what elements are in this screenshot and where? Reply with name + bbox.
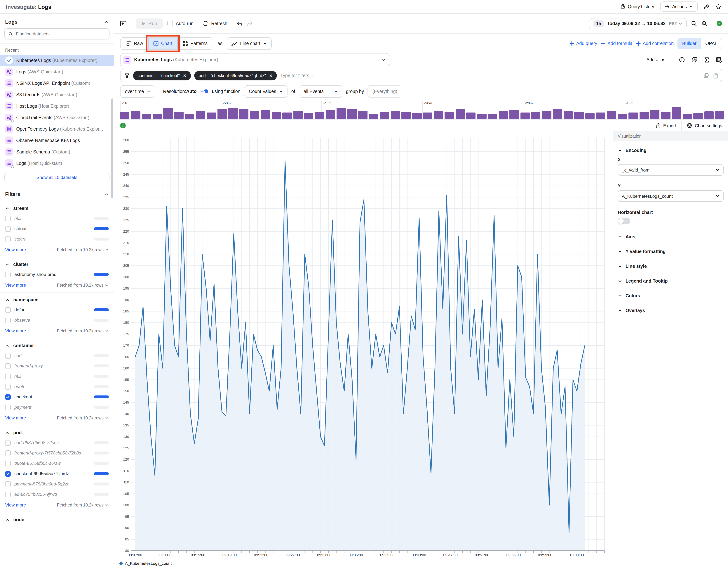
favorite-button[interactable] (715, 4, 721, 9)
filter-checkbox[interactable] (5, 307, 11, 313)
show-all-datasets-button[interactable]: Show all 15 datasets (4, 173, 109, 182)
checkbox-icon[interactable] (167, 21, 173, 26)
time-range-picker[interactable]: 1h Today 09:06:32 → 10:06:32 PST (589, 18, 687, 29)
add-table-button[interactable] (716, 57, 722, 63)
paste-filters-button[interactable] (713, 73, 718, 78)
x-encoding-select[interactable]: _c_valid_from (618, 164, 724, 175)
refresh-button[interactable]: Refresh (203, 21, 227, 26)
horizontal-chart-toggle[interactable] (618, 218, 630, 224)
time-histogram[interactable]: -1h-50m-40m-30m-20m-10m (120, 101, 724, 120)
y-encoding-select[interactable]: A_KubernetesLogs_count (618, 190, 724, 202)
export-button[interactable]: Export (656, 123, 676, 128)
events-dropdown[interactable]: all Events (299, 85, 342, 98)
add-alias-button[interactable]: Add alias (646, 57, 665, 62)
tab-chart[interactable]: Chart (148, 38, 177, 49)
collapse-sidebar-button[interactable] (120, 20, 126, 26)
dataset-item[interactable]: Kubernetes Logs (Kubernetes Explorer) (0, 55, 114, 66)
zoom-in-button[interactable] (701, 20, 707, 26)
filter-input-placeholder[interactable]: Type for filters... (280, 73, 313, 78)
add-query-button[interactable]: Add query (569, 41, 597, 46)
chip-close-icon[interactable]: ✕ (269, 73, 272, 78)
actions-button[interactable]: Actions (660, 1, 698, 12)
filter-checkbox[interactable] (5, 236, 11, 242)
aggregate-button[interactable] (704, 57, 709, 62)
dataset-item[interactable]: NGINX Logs API Endpoint (Custom) (0, 77, 114, 89)
builder-tab[interactable]: Builder (678, 38, 701, 49)
view-more-link[interactable]: View more (5, 415, 26, 421)
run-button[interactable]: Run (136, 18, 163, 29)
filter-checkbox[interactable] (5, 450, 11, 456)
view-more-link[interactable]: View more (5, 282, 26, 288)
share-button[interactable] (704, 4, 710, 9)
view-more-link[interactable]: View more (5, 328, 26, 334)
add-correlation-button[interactable]: Add correlation (636, 41, 674, 46)
filter-group-header[interactable]: node (5, 512, 109, 525)
timezone[interactable]: PST (669, 21, 682, 26)
zoom-out-button[interactable] (691, 20, 697, 26)
filter-group-header[interactable]: cluster (5, 257, 109, 269)
encoding-section-header[interactable]: Encoding (618, 148, 724, 153)
sidebar-scrollbar[interactable] (111, 98, 113, 198)
filter-checkbox[interactable] (5, 405, 11, 410)
filter-checkbox[interactable] (5, 492, 11, 497)
dataset-selector[interactable]: Kubernetes Logs (Kubernetes Explorer) (120, 53, 390, 66)
copy-filters-button[interactable] (704, 73, 709, 78)
time-window-button[interactable] (679, 57, 685, 63)
redo-button[interactable] (247, 21, 253, 26)
filter-checkbox[interactable] (5, 440, 11, 446)
filter-chip[interactable]: container = "checkout"✕ (133, 71, 191, 80)
opal-tab[interactable]: OPAL (701, 38, 722, 49)
filter-checkbox[interactable] (5, 384, 11, 389)
dataset-search-input[interactable] (16, 31, 105, 36)
viz-section-legend-and-tooltip[interactable]: Legend and Tooltip (618, 274, 724, 289)
filter-group-header[interactable]: namespace (5, 293, 109, 305)
dataset-item[interactable]: Host Logs (Host Explorer) (0, 100, 114, 112)
function-dropdown[interactable]: Count Values (244, 85, 288, 98)
collapse-chevron-up-icon[interactable] (104, 20, 109, 24)
fetched-rows[interactable]: Fetched from 10.2k rows (57, 416, 109, 420)
dataset-search[interactable] (4, 28, 109, 39)
filter-checkbox[interactable] (5, 272, 11, 277)
viz-section-axis[interactable]: Axis (618, 229, 724, 244)
dataset-item[interactable]: OpenTelemetry Logs (Kubernetes Explor... (0, 123, 114, 135)
dataset-item[interactable]: Logs (AWS-Quickstart) (0, 66, 114, 77)
filter-group-header[interactable]: stream (5, 201, 109, 213)
filter-chip[interactable]: pod = "checkout-69d55d5c74-jbrdz"✕ (194, 71, 277, 80)
viz-section-y-value-formatting[interactable]: Y value formatting (618, 244, 724, 259)
dataset-item[interactable]: CloudTrail Events (AWS-Quickstart) (0, 112, 114, 123)
dataset-item[interactable]: S3 Records (AWS-Quickstart) (0, 89, 114, 100)
filter-checkbox[interactable] (5, 353, 11, 359)
fetched-rows[interactable]: Fetched from 10.2k rows (57, 503, 109, 507)
tab-patterns[interactable]: Patterns (177, 38, 213, 49)
filter-checkbox[interactable] (5, 226, 11, 231)
group-by-field[interactable]: (Everything) (368, 85, 402, 98)
filter-checkbox[interactable] (5, 461, 11, 466)
filter-checkbox[interactable] (5, 394, 11, 400)
filter-checkbox[interactable] (5, 374, 11, 379)
collapse-chevron-up-icon[interactable] (104, 192, 109, 196)
dataset-item[interactable]: Observe Namespace K8s Logs (0, 135, 114, 146)
dataset-item[interactable]: Sample Schema (Custom) (0, 146, 114, 157)
chart-settings-button[interactable]: Chart settings (687, 123, 722, 128)
filter-group-header[interactable]: container (5, 338, 109, 351)
chip-close-icon[interactable]: ✕ (183, 73, 186, 78)
filter-checkbox[interactable] (5, 215, 11, 221)
filter-checkbox[interactable] (5, 471, 11, 476)
viz-section-colors[interactable]: Colors (618, 289, 724, 303)
fetched-rows[interactable]: Fetched from 10.2k rows (57, 247, 109, 252)
view-more-link[interactable]: View more (5, 247, 26, 252)
query-history-button[interactable]: Query history (621, 4, 654, 9)
add-formula-button[interactable]: Add formula (601, 41, 632, 46)
fetched-rows[interactable]: Fetched from 10.2k rows (57, 283, 109, 288)
dataset-item[interactable]: Logs (Host Quickstart) (0, 157, 114, 169)
resolution-edit-link[interactable]: Edit (200, 89, 208, 94)
chart-type-dropdown[interactable]: Line chart (227, 37, 272, 50)
filter-group-header[interactable]: pod (5, 425, 109, 438)
viz-section-overlays[interactable]: Overlays (618, 303, 724, 318)
fetched-rows[interactable]: Fetched from 10.2k rows (57, 329, 109, 333)
undo-button[interactable] (236, 21, 242, 26)
duplicate-stage-button[interactable] (692, 57, 697, 63)
auto-run-checkbox[interactable]: Auto-run (167, 21, 194, 26)
viz-section-line-style[interactable]: Line style (618, 259, 724, 274)
tab-raw[interactable]: Raw (121, 38, 148, 49)
